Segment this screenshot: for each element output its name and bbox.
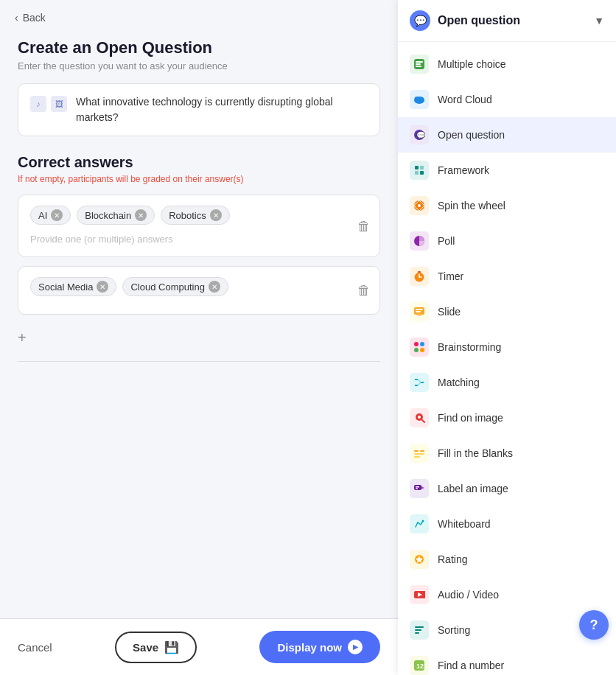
dropdown-item-brainstorming[interactable]: Brainstorming [398, 329, 616, 365]
dropdown-item-matching[interactable]: Matching [398, 365, 616, 400]
add-answer-button[interactable]: + [18, 323, 380, 352]
dropdown-item-brainstorming-label: Brainstorming [438, 341, 501, 353]
dropdown-item-rating-label: Rating [438, 553, 467, 565]
framework-icon [410, 161, 429, 180]
tag-robotics-remove[interactable]: ✕ [210, 209, 222, 221]
dropdown-item-open-question[interactable]: 💬 Open question [398, 117, 616, 153]
svg-rect-37 [420, 450, 424, 452]
open-question-item-icon: 💬 [410, 125, 429, 144]
question-icons: ♪ 🖼 [30, 96, 67, 112]
cancel-button[interactable]: Cancel [18, 641, 52, 654]
dropdown-list: Multiple choice Word Cloud 💬 Open questi… [398, 42, 616, 675]
dropdown-item-multiple-choice-label: Multiple choice [438, 58, 506, 70]
tag-blockchain-label: Blockchain [85, 210, 131, 221]
dropdown-item-framework-label: Framework [438, 164, 489, 176]
svg-rect-9 [415, 166, 419, 169]
help-bubble[interactable]: ? [579, 610, 609, 640]
dropdown-item-timer-label: Timer [438, 270, 463, 282]
save-icon: 💾 [164, 640, 179, 654]
dropdown-item-word-cloud[interactable]: Word Cloud [398, 82, 616, 117]
back-chevron-icon: ‹ [15, 12, 18, 24]
dropdown-item-label-image[interactable]: Label an image [398, 471, 616, 506]
svg-rect-3 [416, 66, 421, 67]
chevron-down-icon[interactable]: ▼ [594, 15, 604, 27]
tag-cloud-computing-remove[interactable]: ✕ [209, 281, 220, 293]
svg-rect-39 [414, 456, 420, 458]
dropdown-item-whiteboard[interactable]: Whiteboard [398, 506, 616, 542]
divider [18, 361, 380, 362]
bottom-bar: Cancel Save 💾 Display now [0, 618, 398, 675]
svg-rect-22 [416, 311, 421, 312]
svg-line-32 [418, 382, 421, 385]
label-image-icon [410, 479, 429, 498]
timer-icon [410, 267, 429, 286]
correct-answers-title: Correct answers [18, 154, 380, 171]
find-number-icon: 123 [410, 656, 429, 675]
dropdown-item-find-number-label: Find a number [438, 660, 504, 671]
display-now-button[interactable]: Display now [259, 631, 380, 663]
dropdown-header-left: 💬 Open question [410, 10, 520, 31]
tag-robotics-label: Robotics [169, 210, 206, 221]
svg-rect-38 [414, 453, 424, 455]
poll-icon [410, 231, 429, 251]
dropdown-item-timer[interactable]: Timer [398, 259, 616, 294]
sorting-icon [410, 620, 429, 640]
svg-rect-2 [416, 63, 421, 65]
tag-social-media-remove[interactable]: ✕ [97, 281, 108, 293]
answer-group-1: AI ✕ Blockchain ✕ Robotics ✕ Provide one… [18, 195, 380, 257]
answer-group-2: Social Media ✕ Cloud Computing ✕ 🗑 [18, 266, 380, 315]
dropdown-item-rating[interactable]: Rating [398, 542, 616, 577]
dropdown-item-slide[interactable]: Slide [398, 294, 616, 329]
svg-point-25 [420, 342, 424, 346]
back-button[interactable]: ‹ Back [0, 0, 398, 29]
svg-point-24 [414, 342, 419, 346]
svg-point-14 [418, 204, 421, 207]
save-button[interactable]: Save 💾 [115, 632, 197, 663]
svg-point-6 [419, 97, 424, 101]
dropdown-item-poll[interactable]: Poll [398, 223, 616, 259]
svg-point-44 [422, 520, 424, 522]
dropdown-item-find-number[interactable]: 123 Find a number [398, 648, 616, 675]
tag-ai[interactable]: AI ✕ [30, 206, 71, 225]
svg-rect-1 [416, 61, 423, 63]
dropdown-item-label-image-label: Label an image [438, 483, 508, 494]
dropdown-item-fill-blanks[interactable]: Fill in the Blanks [398, 436, 616, 471]
dropdown-item-audio-video[interactable]: Audio / Video [398, 577, 616, 612]
question-input-box[interactable]: ♪ 🖼 What innovative technology is curren… [18, 83, 380, 136]
tag-blockchain[interactable]: Blockchain ✕ [77, 206, 155, 225]
svg-rect-43 [416, 489, 418, 490]
svg-point-27 [420, 348, 424, 352]
add-icon: + [18, 329, 27, 346]
dropdown-item-framework[interactable]: Framework [398, 153, 616, 188]
delete-group-1-button[interactable]: 🗑 [357, 218, 371, 234]
tag-cloud-computing-label: Cloud Computing [130, 281, 204, 293]
tag-robotics[interactable]: Robotics ✕ [161, 206, 230, 225]
question-text[interactable]: What innovative technology is currently … [76, 94, 368, 125]
svg-rect-21 [416, 309, 423, 310]
dropdown-item-open-question-label: Open question [438, 129, 505, 141]
delete-group-2-button[interactable]: 🗑 [357, 283, 371, 298]
dropdown-item-spin-wheel-label: Spin the wheel [438, 200, 505, 211]
image-icon: 🖼 [51, 96, 67, 112]
dropdown-item-fill-blanks-label: Fill in the Blanks [438, 447, 513, 459]
dropdown-item-whiteboard-label: Whiteboard [438, 518, 491, 530]
dropdown-item-spin-wheel[interactable]: Spin the wheel [398, 188, 616, 223]
page-subtitle: Enter the question you want to ask your … [18, 60, 380, 71]
tag-social-media[interactable]: Social Media ✕ [30, 277, 116, 296]
dropdown-header-title: Open question [438, 14, 520, 27]
tags-row-2: Social Media ✕ Cloud Computing ✕ [30, 277, 368, 296]
dropdown-item-multiple-choice[interactable]: Multiple choice [398, 46, 616, 82]
fill-blanks-icon [410, 444, 429, 463]
tag-ai-remove[interactable]: ✕ [51, 209, 63, 221]
svg-text:💬: 💬 [416, 130, 425, 140]
back-label: Back [23, 12, 46, 24]
svg-rect-10 [420, 166, 424, 169]
tag-ai-label: AI [38, 210, 47, 221]
dropdown-item-find-on-image[interactable]: Find on image [398, 400, 616, 436]
tag-blockchain-remove[interactable]: ✕ [135, 209, 147, 221]
answer-placeholder-1[interactable]: Provide one (or multiple) answers [30, 232, 368, 246]
tag-cloud-computing[interactable]: Cloud Computing ✕ [122, 277, 228, 296]
matching-icon [410, 373, 429, 392]
form-area: Create an Open Question Enter the questi… [0, 29, 398, 675]
dropdown-header[interactable]: 💬 Open question ▼ [398, 0, 616, 42]
